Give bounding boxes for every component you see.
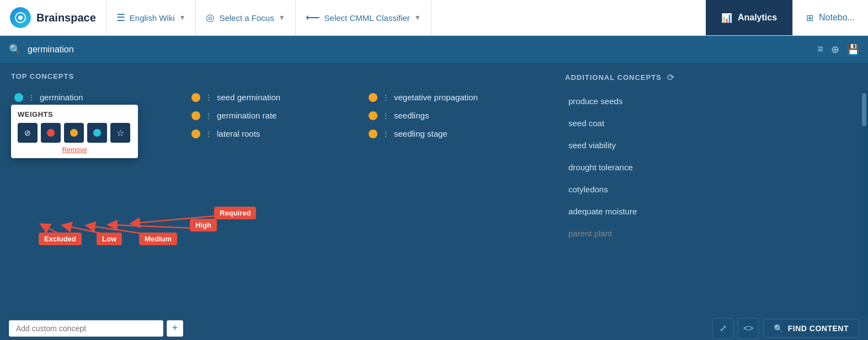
weight-medium-btn[interactable] [64, 123, 84, 143]
drag-handle-lateral-roots[interactable]: ⋮ [205, 129, 212, 138]
concepts-area: ⋮ germination ⋮ not germinate ⋮ [11, 88, 542, 143]
top-concepts-panel: TOP CONCEPTS ⋮ germination ⋮ not germin [0, 63, 553, 316]
concept-seedlings[interactable]: ⋮ seedlings [365, 106, 542, 125]
weight-low-dot [47, 129, 55, 137]
logo-text: Brainspace [36, 12, 96, 24]
concept-germination[interactable]: ⋮ germination [11, 88, 188, 106]
weights-title: WEIGHTS [18, 110, 131, 118]
concept-dot-seedling-stage [369, 129, 377, 138]
weight-medium-dot [70, 129, 78, 137]
search-bar: 🔍 ≡ ⊕ 💾 [0, 36, 868, 63]
classifier-chevron-icon: ▼ [414, 14, 421, 21]
notebook-icon: ⊞ [806, 13, 813, 23]
logo-area: Brainspace [0, 0, 106, 35]
save-icon[interactable]: 💾 [847, 44, 859, 56]
drag-handle-germination[interactable]: ⋮ [28, 93, 35, 102]
expand-icon-button[interactable]: ⤢ [712, 318, 733, 339]
weight-high-dot [93, 129, 101, 137]
nav-classifier[interactable]: ⟵ Select CMML Classifier ▼ [296, 0, 432, 35]
target-icon[interactable]: ⊕ [831, 44, 839, 56]
concept-dot-germination [14, 93, 23, 102]
weight-required-btn[interactable]: ☆ [110, 123, 130, 143]
drag-handle-seedling-stage[interactable]: ⋮ [382, 129, 390, 138]
analytics-button[interactable]: 📊 Analytics [706, 0, 792, 35]
top-concepts-title: TOP CONCEPTS [11, 72, 542, 80]
weight-high-btn[interactable] [87, 123, 107, 143]
nav-wiki-label: English Wiki [130, 13, 175, 23]
concept-label-seedling-stage: seedling stage [394, 129, 448, 138]
search-actions: ≡ ⊕ 💾 [817, 44, 859, 56]
additional-item-seed-coat[interactable]: seed coat [565, 112, 857, 134]
search-magnifier-icon: 🔍 [9, 44, 21, 56]
bottom-bar: + ⤢ <> 🔍 FIND CONTENT [0, 316, 868, 340]
concept-dot-seedlings [369, 111, 377, 120]
code-icon-button[interactable]: <> [738, 318, 759, 339]
concept-vegetative-propagation[interactable]: ⋮ vegetative propagation [365, 88, 542, 106]
drag-handle-seed-germination[interactable]: ⋮ [205, 93, 212, 102]
main-content: TOP CONCEPTS ⋮ germination ⋮ not germin [0, 63, 868, 316]
find-content-button[interactable]: 🔍 FIND CONTENT [763, 319, 859, 338]
analytics-chart-icon: 📊 [721, 13, 732, 23]
annotation-excluded: Excluded [39, 233, 82, 245]
additional-item-adequate-moisture[interactable]: adequate moisture [565, 201, 857, 223]
add-concept-button[interactable]: + [167, 320, 183, 337]
additional-concepts-panel: ADDITIONAL CONCEPTS ⟳ produce seeds seed… [553, 63, 868, 316]
focus-icon: ◎ [206, 12, 215, 24]
concept-label-seedlings: seedlings [394, 111, 429, 120]
concept-label-seed-germination: seed germination [217, 93, 280, 102]
additional-item-parent-plant[interactable]: parent plant [565, 223, 857, 245]
additional-header: ADDITIONAL CONCEPTS ⟳ [565, 72, 857, 83]
bottom-actions: ⤢ <> 🔍 FIND CONTENT [712, 318, 859, 339]
concept-dot-germination-rate [191, 111, 200, 120]
concepts-col-3: ⋮ vegetative propagation ⋮ seedlings ⋮ s… [365, 88, 542, 143]
additional-concepts-title: ADDITIONAL CONCEPTS [565, 73, 662, 82]
scrollbar[interactable] [860, 91, 868, 316]
svg-line-7 [135, 214, 239, 223]
weight-low-btn[interactable] [41, 123, 61, 143]
nav-classifier-label: Select CMML Classifier [324, 13, 410, 23]
wiki-icon: ☰ [116, 12, 125, 24]
concept-seedling-stage[interactable]: ⋮ seedling stage [365, 125, 542, 143]
svg-line-4 [66, 226, 113, 236]
svg-line-5 [90, 226, 159, 236]
concept-dot-lateral-roots [191, 129, 200, 138]
additional-item-drought-tolerance[interactable]: drought tolerance [565, 156, 857, 179]
concept-label-vegetative-propagation: vegetative propagation [394, 93, 478, 102]
nav-spacer [432, 0, 706, 35]
drag-handle-seedlings[interactable]: ⋮ [382, 111, 390, 120]
concept-dot-vegetative-propagation [369, 93, 377, 102]
nav-wiki[interactable]: ☰ English Wiki ▼ [106, 0, 196, 35]
nav-focus-label: Select a Focus [219, 13, 274, 23]
additional-item-cotyledons[interactable]: cotyledons [565, 179, 857, 201]
weights-buttons: ⊘ ☆ [18, 123, 131, 143]
notebook-button[interactable]: ⊞ Notebo... [792, 0, 868, 35]
drag-handle-germination-rate[interactable]: ⋮ [205, 111, 212, 120]
concept-seed-germination[interactable]: ⋮ seed germination [188, 88, 365, 106]
custom-concept-input[interactable] [9, 320, 163, 337]
concept-germination-rate[interactable]: ⋮ germination rate [188, 106, 365, 125]
refresh-icon[interactable]: ⟳ [667, 72, 674, 83]
wiki-chevron-icon: ▼ [179, 14, 186, 21]
additional-item-produce-seeds[interactable]: produce seeds [565, 90, 857, 112]
weight-excluded-btn[interactable]: ⊘ [18, 123, 38, 143]
svg-line-3 [44, 226, 62, 236]
weights-popup: WEIGHTS ⊘ ☆ Remove [11, 105, 138, 158]
concept-lateral-roots[interactable]: ⋮ lateral roots [188, 125, 365, 143]
annotation-medium: Medium [139, 233, 177, 245]
annotation-low: Low [97, 233, 122, 245]
additional-concepts-list: produce seeds seed coat seed viability d… [565, 90, 857, 245]
nav-focus[interactable]: ◎ Select a Focus ▼ [196, 0, 295, 35]
find-content-label: FIND CONTENT [788, 324, 849, 333]
weight-star-icon: ☆ [116, 128, 124, 138]
concept-label-germination: germination [40, 93, 83, 102]
analytics-label: Analytics [738, 13, 777, 23]
filter-icon[interactable]: ≡ [817, 44, 823, 55]
concept-dot-seed-germination [191, 93, 200, 102]
concept-label-lateral-roots: lateral roots [217, 129, 260, 138]
concepts-col-2: ⋮ seed germination ⋮ germination rate ⋮ … [188, 88, 365, 143]
search-input[interactable] [28, 45, 811, 55]
remove-link[interactable]: Remove [18, 146, 131, 154]
svg-line-6 [112, 225, 206, 229]
additional-item-seed-viability[interactable]: seed viability [565, 134, 857, 156]
drag-handle-vegetative-propagation[interactable]: ⋮ [382, 93, 390, 102]
